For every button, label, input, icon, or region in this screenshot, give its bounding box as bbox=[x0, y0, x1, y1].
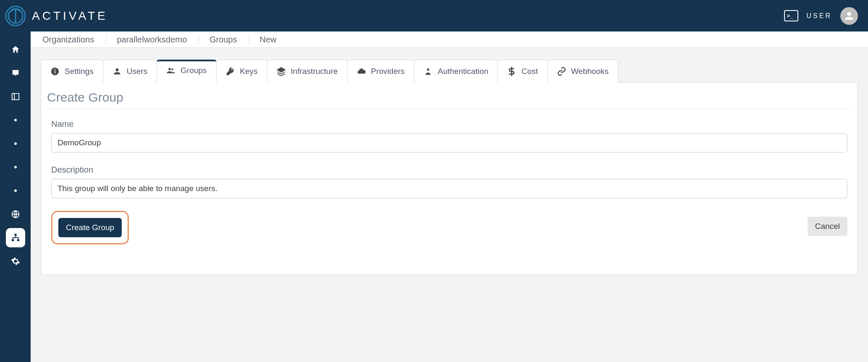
topbar: ACTIVATE >_ USER bbox=[0, 0, 868, 31]
tab-label: Settings bbox=[65, 67, 94, 76]
sidebar-item-home[interactable] bbox=[6, 40, 25, 59]
main: Organizations 〉 parallelworksdemo 〉 Grou… bbox=[31, 31, 868, 362]
cloud-icon bbox=[357, 67, 366, 76]
shield-user-icon bbox=[424, 67, 433, 76]
breadcrumb-item[interactable]: Organizations bbox=[40, 35, 100, 45]
name-label: Name bbox=[51, 119, 847, 129]
info-icon bbox=[50, 67, 60, 76]
tab-cost[interactable]: Cost bbox=[497, 60, 547, 83]
tab-keys[interactable]: Keys bbox=[216, 60, 267, 83]
tab-label: Users bbox=[127, 67, 148, 76]
svg-point-11 bbox=[427, 68, 429, 71]
link-icon bbox=[557, 67, 566, 76]
chevron-right-icon: 〉 bbox=[196, 34, 204, 45]
sidebar-item-org[interactable] bbox=[6, 228, 25, 247]
user-label[interactable]: USER bbox=[807, 12, 832, 20]
tab-settings[interactable]: Settings bbox=[41, 60, 103, 83]
tab-webhooks[interactable]: Webhooks bbox=[547, 60, 618, 83]
field-name: Name bbox=[51, 119, 847, 152]
tab-authentication[interactable]: Authentication bbox=[414, 60, 498, 83]
chevron-right-icon: 〉 bbox=[246, 34, 254, 45]
svg-point-10 bbox=[172, 68, 173, 70]
tab-label: Authentication bbox=[438, 67, 488, 76]
name-input[interactable] bbox=[51, 133, 847, 152]
tab-label: Infrastructure bbox=[291, 67, 338, 76]
svg-point-8 bbox=[55, 69, 55, 70]
tab-users[interactable]: Users bbox=[103, 60, 157, 83]
field-description: Description bbox=[51, 165, 847, 198]
chevron-right-icon: 〉 bbox=[104, 34, 111, 45]
sidebar-item-globe[interactable] bbox=[6, 205, 25, 224]
brand[interactable]: ACTIVATE bbox=[5, 5, 108, 26]
dollar-icon bbox=[507, 67, 516, 76]
layers-icon bbox=[277, 67, 286, 76]
breadcrumb-item[interactable]: New bbox=[257, 35, 282, 45]
user-icon bbox=[112, 67, 122, 76]
sidebar bbox=[0, 31, 31, 362]
brand-name: ACTIVATE bbox=[32, 9, 108, 23]
sidebar-separator-3 bbox=[6, 157, 25, 177]
inbox-icon bbox=[11, 68, 20, 78]
sidebar-item-panel[interactable] bbox=[6, 87, 25, 106]
svg-rect-3 bbox=[14, 234, 17, 236]
highlight-create-button: Create Group bbox=[51, 211, 129, 244]
terminal-icon: >_ bbox=[787, 13, 793, 18]
org-icon bbox=[11, 233, 20, 242]
tab-label: Cost bbox=[521, 67, 538, 76]
home-icon bbox=[11, 45, 20, 54]
terminal-button[interactable]: >_ bbox=[784, 10, 798, 21]
actions: Create Group Cancel bbox=[47, 211, 852, 244]
content-area: Settings Users Groups Keys Infrastructur… bbox=[31, 48, 868, 287]
breadcrumb-item[interactable]: Groups bbox=[207, 35, 243, 45]
svg-rect-4 bbox=[11, 239, 13, 241]
description-input[interactable] bbox=[51, 179, 847, 198]
group-icon bbox=[166, 66, 175, 75]
sidebar-item-settings[interactable] bbox=[6, 252, 25, 271]
tab-label: Groups bbox=[180, 66, 207, 75]
tab-label: Keys bbox=[240, 67, 258, 76]
breadcrumb-item[interactable]: parallelworksdemo bbox=[114, 35, 193, 45]
cancel-button[interactable]: Cancel bbox=[808, 217, 847, 236]
tabs: Settings Users Groups Keys Infrastructur… bbox=[41, 60, 858, 83]
brand-logo-icon bbox=[5, 5, 26, 26]
tab-infrastructure[interactable]: Infrastructure bbox=[267, 60, 348, 83]
svg-rect-5 bbox=[17, 239, 19, 241]
topbar-right: >_ USER bbox=[784, 7, 858, 25]
sidebar-separator-2 bbox=[6, 134, 25, 153]
svg-point-9 bbox=[169, 68, 171, 71]
description-label: Description bbox=[51, 165, 847, 175]
create-group-button[interactable]: Create Group bbox=[58, 218, 122, 237]
globe-icon bbox=[11, 210, 20, 219]
tab-providers[interactable]: Providers bbox=[347, 60, 414, 83]
gear-icon bbox=[11, 257, 20, 266]
svg-rect-7 bbox=[55, 71, 55, 73]
panel: Create Group Name Description Create Gro… bbox=[41, 83, 858, 275]
breadcrumb: Organizations 〉 parallelworksdemo 〉 Grou… bbox=[31, 31, 868, 48]
avatar[interactable] bbox=[840, 7, 858, 25]
panel-icon bbox=[11, 92, 20, 101]
tab-label: Webhooks bbox=[571, 67, 609, 76]
sidebar-separator-4 bbox=[6, 181, 25, 200]
page-title: Create Group bbox=[47, 90, 852, 109]
user-icon bbox=[843, 10, 855, 22]
sidebar-separator-1 bbox=[6, 110, 25, 130]
sidebar-item-inbox[interactable] bbox=[6, 63, 25, 83]
tab-label: Providers bbox=[371, 67, 405, 76]
key-icon bbox=[226, 67, 235, 76]
tab-groups[interactable]: Groups bbox=[157, 60, 216, 83]
